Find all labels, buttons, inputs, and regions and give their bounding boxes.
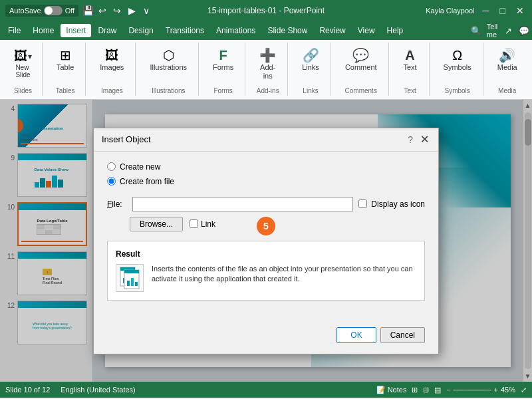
ribbon-group-images: 🖼 Images Images xyxy=(88,43,136,96)
autosave-label: AutoSave xyxy=(9,7,41,15)
browse-button[interactable]: Browse... xyxy=(130,217,183,231)
minimize-button[interactable]: ─ xyxy=(480,5,492,16)
create-from-file-label: Create from file xyxy=(120,177,174,186)
dialog-overlay: Insert Object ? ✕ Create new Create fr xyxy=(0,100,532,382)
share-icon[interactable]: ↗ xyxy=(503,25,513,36)
link-checkbox[interactable] xyxy=(190,219,198,228)
links-label: Links xyxy=(302,63,319,72)
svg-rect-9 xyxy=(135,282,138,286)
zoom-out-button[interactable]: − xyxy=(446,386,450,394)
result-text: Inserts the contents of the file as an o… xyxy=(152,264,416,285)
menu-file[interactable]: File xyxy=(3,24,26,37)
menu-view[interactable]: View xyxy=(352,24,380,37)
result-content: Inserts the contents of the file as an o… xyxy=(116,264,416,292)
maximize-button[interactable]: □ xyxy=(497,5,508,16)
menu-transitions[interactable]: Transitions xyxy=(160,24,209,37)
ribbon-group-images-label: Images xyxy=(101,87,123,96)
ribbon-group-tables-label: Tables xyxy=(56,87,75,96)
slide-info: Slide 10 of 12 xyxy=(5,386,50,394)
tell-me-label[interactable]: Tell me xyxy=(487,25,497,36)
dialog-controls: ? ✕ xyxy=(408,134,430,146)
create-from-file-radio[interactable]: Create from file xyxy=(107,177,425,186)
menu-draw[interactable]: Draw xyxy=(92,24,122,37)
menu-home[interactable]: Home xyxy=(27,24,59,37)
dialog-close-button[interactable]: ✕ xyxy=(418,134,430,146)
notes-button[interactable]: 📝 Notes xyxy=(376,386,407,394)
link-label: Link xyxy=(201,219,215,229)
symbols-button[interactable]: Ω Symbols xyxy=(438,45,477,75)
autosave-toggle-switch[interactable] xyxy=(44,6,63,15)
display-icon-checkbox[interactable] xyxy=(358,200,367,208)
ribbon-group-media-label: Media xyxy=(498,87,516,96)
title-bar-left: AutoSave Off 💾 ↩ ↪ ▶ ∨ xyxy=(5,5,152,17)
present-icon[interactable]: ▶ xyxy=(126,5,137,16)
menu-help[interactable]: Help xyxy=(382,24,409,37)
forms-label: Forms xyxy=(213,63,233,72)
slide-sorter-button[interactable]: ⊟ xyxy=(423,386,429,394)
file-input[interactable] xyxy=(132,197,353,211)
images-icon: 🖼 xyxy=(105,49,118,62)
menu-slideshow[interactable]: Slide Show xyxy=(262,24,313,37)
menu-animations[interactable]: Animations xyxy=(211,24,261,37)
dialog-titlebar: Insert Object ? ✕ xyxy=(94,128,438,152)
images-button[interactable]: 🖼 Images xyxy=(94,45,130,75)
new-slide-dropdown[interactable]: ▾ xyxy=(28,52,32,61)
normal-view-button[interactable]: ⊞ xyxy=(412,386,418,394)
title-bar-right: Kayla Claypool ─ □ ✕ xyxy=(426,5,527,16)
ribbon-group-links-label: Links xyxy=(303,87,318,96)
close-button[interactable]: ✕ xyxy=(513,5,527,16)
menu-bar: File Home Insert Draw Design Transitions… xyxy=(0,21,532,40)
reading-view-button[interactable]: ▤ xyxy=(434,386,441,394)
app-body: 4 Future of Presentation UsingPowerPoint… xyxy=(0,100,532,382)
ribbon-group-slides: 🖼 ▾ NewSlide Slides xyxy=(4,43,43,96)
ok-button[interactable]: OK xyxy=(336,327,376,343)
create-new-input[interactable] xyxy=(107,162,116,171)
table-label: Table xyxy=(57,63,74,72)
link-checkbox-label[interactable]: Link xyxy=(190,219,215,229)
status-right: 📝 Notes ⊞ ⊟ ▤ − ──────── + 45% ⤢ xyxy=(376,386,527,394)
text-button[interactable]: A Text xyxy=(397,45,424,75)
ribbon-group-text-label: Text xyxy=(404,87,416,96)
redo-icon[interactable]: ↪ xyxy=(112,5,122,16)
table-icon: ⊞ xyxy=(60,49,71,62)
comment-nav-icon[interactable]: 💬 xyxy=(519,25,529,36)
dialog-title: Insert Object xyxy=(102,134,151,144)
addins-button[interactable]: ➕ Add-ins xyxy=(253,45,282,84)
undo-icon[interactable]: ↩ xyxy=(97,5,108,16)
forms-button[interactable]: F Forms xyxy=(207,45,239,75)
new-slide-button[interactable]: 🖼 ▾ NewSlide xyxy=(9,45,37,82)
menu-review[interactable]: Review xyxy=(314,24,350,37)
dialog-help-button[interactable]: ? xyxy=(408,134,413,145)
zoom-controls: − ──────── + 45% xyxy=(446,386,515,394)
media-button[interactable]: 🔊 Media xyxy=(491,45,523,75)
table-button[interactable]: ⊞ Table xyxy=(51,45,80,75)
forms-icon: F xyxy=(219,49,227,62)
comment-button[interactable]: 💬 Comment xyxy=(339,45,383,75)
ribbon-group-addins: ➕ Add-ins Add-ins xyxy=(248,43,288,96)
zoom-in-button[interactable]: + xyxy=(494,386,498,394)
text-icon: A xyxy=(405,49,414,62)
fit-slide-button[interactable]: ⤢ xyxy=(521,386,527,394)
zoom-track[interactable]: ──────── xyxy=(454,386,491,394)
ribbon-group-tables: ⊞ Table Tables xyxy=(45,43,86,96)
text-label: Text xyxy=(403,63,416,72)
svg-rect-6 xyxy=(124,270,139,273)
images-label: Images xyxy=(100,63,124,72)
file-label: File: xyxy=(107,200,127,209)
menu-design[interactable]: Design xyxy=(123,24,158,37)
autosave-toggle[interactable]: AutoSave Off xyxy=(5,5,78,17)
file-row: File: Display as icon xyxy=(107,197,425,211)
menu-insert[interactable]: Insert xyxy=(61,24,91,37)
ribbon-group-text: A Text Text xyxy=(392,43,430,96)
addins-icon: ➕ xyxy=(259,49,276,62)
addins-label: Add-ins xyxy=(260,63,275,80)
create-from-file-input[interactable] xyxy=(107,177,116,186)
illustrations-button[interactable]: ⬡ Illustrations xyxy=(144,45,193,75)
cancel-button[interactable]: Cancel xyxy=(380,327,425,343)
more-icon[interactable]: ∨ xyxy=(141,5,152,16)
symbols-icon: Ω xyxy=(452,49,462,62)
save-icon[interactable]: 💾 xyxy=(82,5,93,16)
links-button[interactable]: 🔗 Links xyxy=(296,45,325,75)
create-new-radio[interactable]: Create new xyxy=(107,162,425,172)
search-icon[interactable]: 🔍 xyxy=(471,25,481,36)
